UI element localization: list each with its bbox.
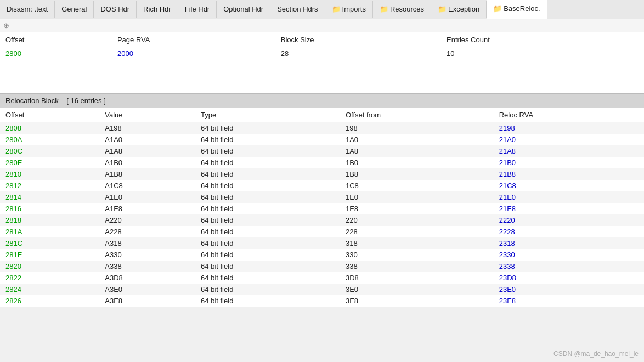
table-row[interactable]: 2824A3E064 bit field3E023E0: [0, 284, 644, 295]
cell-offset: 2822: [0, 272, 99, 284]
tab-label: DOS Hdr: [100, 5, 129, 13]
tab-exception[interactable]: 📁Exception: [431, 1, 487, 18]
table-row[interactable]: 2814A1E064 bit field1E021E0: [0, 191, 644, 203]
top-offset: 2800: [0, 47, 112, 60]
cell-value: A338: [99, 261, 195, 272]
cell-offset: 2816: [0, 203, 99, 214]
cell-value: A228: [99, 226, 195, 237]
th-block-size: Block Size: [275, 32, 441, 47]
cell-offset: 281A: [0, 226, 99, 237]
cell-offset: 280E: [0, 157, 99, 168]
move-icon[interactable]: ⊕: [3, 21, 9, 30]
cell-offset-from: 1E8: [340, 203, 494, 214]
cell-offset-from: 198: [340, 122, 494, 134]
top-table: Offset Page RVA Block Size Entries Count…: [0, 32, 644, 60]
cell-offset-from: 3D8: [340, 272, 494, 284]
tab-general[interactable]: General: [55, 1, 94, 18]
cell-offset-from: 1C8: [340, 180, 494, 191]
cell-type: 64 bit field: [195, 249, 340, 261]
table-row[interactable]: 2812A1C864 bit field1C821C8: [0, 180, 644, 191]
cell-reloc-rva: 21E8: [494, 203, 644, 214]
cell-value: A220: [99, 214, 195, 226]
main-th-type: Type: [195, 108, 340, 122]
tab-resources[interactable]: 📁Resources: [373, 1, 431, 18]
table-row[interactable]: 2826A3E864 bit field3E823E8: [0, 295, 644, 307]
tab-folder-icon: 📁: [438, 5, 447, 13]
cell-reloc-rva: 21B8: [494, 168, 644, 180]
tab-label: BaseReloc.: [504, 4, 540, 13]
th-offset: Offset: [0, 32, 112, 47]
toolbar-row: ⊕: [0, 19, 644, 32]
cell-reloc-rva: 2338: [494, 261, 644, 272]
table-row[interactable]: 280EA1B064 bit field1B021B0: [0, 157, 644, 168]
top-data-row: 2800 2000 28 10: [0, 47, 644, 60]
th-page-rva: Page RVA: [112, 32, 275, 47]
table-row[interactable]: 280AA1A064 bit field1A021A0: [0, 134, 644, 145]
cell-offset: 2810: [0, 168, 99, 180]
tab-label: Rich Hdr: [143, 5, 171, 13]
tab-optional-hdr[interactable]: Optional Hdr: [217, 1, 270, 18]
cell-type: 64 bit field: [195, 191, 340, 203]
cell-offset: 281C: [0, 237, 99, 249]
cell-reloc-rva: 2198: [494, 122, 644, 134]
table-row[interactable]: 2808A19864 bit field1982198: [0, 122, 644, 134]
cell-reloc-rva: 2228: [494, 226, 644, 237]
cell-type: 64 bit field: [195, 157, 340, 168]
cell-value: A330: [99, 249, 195, 261]
cell-type: 64 bit field: [195, 295, 340, 307]
cell-offset-from: 330: [340, 249, 494, 261]
tab-label: Imports: [342, 5, 366, 13]
tab-basereloc-[interactable]: 📁BaseReloc.: [487, 0, 547, 19]
cell-reloc-rva: 23E0: [494, 284, 644, 295]
top-header-row: Offset Page RVA Block Size Entries Count: [0, 32, 644, 47]
cell-offset: 2818: [0, 214, 99, 226]
cell-offset-from: 228: [340, 226, 494, 237]
table-row[interactable]: 281EA33064 bit field3302330: [0, 249, 644, 261]
table-row[interactable]: 281AA22864 bit field2282228: [0, 226, 644, 237]
cell-value: A1B8: [99, 168, 195, 180]
table-row[interactable]: 2810A1B864 bit field1B821B8: [0, 168, 644, 180]
table-row[interactable]: 281CA31864 bit field3182318: [0, 237, 644, 249]
tab-label: Resources: [390, 5, 424, 13]
cell-value: A3E0: [99, 284, 195, 295]
cell-type: 64 bit field: [195, 237, 340, 249]
tab-label: Optional Hdr: [223, 5, 263, 13]
cell-reloc-rva: 21B0: [494, 157, 644, 168]
tab-disasm---text[interactable]: Disasm: .text: [0, 1, 55, 18]
cell-offset-from: 220: [340, 214, 494, 226]
cell-offset-from: 318: [340, 237, 494, 249]
cell-offset: 2808: [0, 122, 99, 134]
reloc-block-entries: [ 16 entries ]: [66, 97, 106, 105]
cell-offset-from: 1A8: [340, 145, 494, 157]
cell-type: 64 bit field: [195, 203, 340, 214]
main-th-value: Value: [99, 108, 195, 122]
tab-folder-icon: 📁: [332, 5, 341, 13]
tab-file-hdr[interactable]: File Hdr: [178, 1, 217, 18]
table-row[interactable]: 2816A1E864 bit field1E821E8: [0, 203, 644, 214]
cell-offset: 2826: [0, 295, 99, 307]
cell-value: A3D8: [99, 272, 195, 284]
tab-dos-hdr[interactable]: DOS Hdr: [94, 1, 137, 18]
table-row[interactable]: 2820A33864 bit field3382338: [0, 261, 644, 272]
cell-offset: 280A: [0, 134, 99, 145]
main-th-reloc-rva: Reloc RVA: [494, 108, 644, 122]
tab-folder-icon: 📁: [380, 5, 388, 13]
table-row[interactable]: 2822A3D864 bit field3D823D8: [0, 272, 644, 284]
tab-section-hdrs[interactable]: Section Hdrs: [270, 1, 325, 18]
cell-value: A3E8: [99, 295, 195, 307]
cell-type: 64 bit field: [195, 122, 340, 134]
table-row[interactable]: 2818A22064 bit field2202220: [0, 214, 644, 226]
table-row[interactable]: 280CA1A864 bit field1A821A8: [0, 145, 644, 157]
cell-offset: 280C: [0, 145, 99, 157]
cell-value: A1A0: [99, 134, 195, 145]
tab-rich-hdr[interactable]: Rich Hdr: [137, 1, 178, 18]
tab-label: File Hdr: [185, 5, 210, 13]
cell-type: 64 bit field: [195, 168, 340, 180]
tab-label: General: [61, 5, 87, 13]
tab-imports[interactable]: 📁Imports: [325, 1, 373, 18]
th-entries-count: Entries Count: [441, 32, 644, 47]
cell-reloc-rva: 23E8: [494, 295, 644, 307]
cell-reloc-rva: 21E0: [494, 191, 644, 203]
top-entries-count: 10: [441, 47, 644, 60]
cell-offset-from: 3E8: [340, 295, 494, 307]
